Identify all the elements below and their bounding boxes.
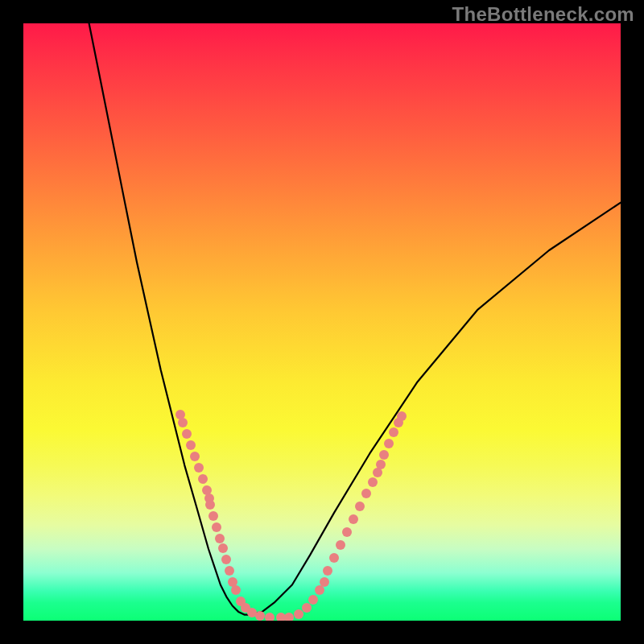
marker-dot xyxy=(198,474,208,484)
marker-dot xyxy=(231,585,241,595)
watermark-text: TheBottleneck.com xyxy=(452,3,634,26)
marker-dot xyxy=(208,511,218,521)
bottleneck-curve xyxy=(89,23,621,615)
marker-dot xyxy=(225,566,234,576)
marker-dot xyxy=(190,452,200,461)
marker-dot xyxy=(397,411,407,421)
marker-dot xyxy=(182,429,192,439)
marker-dot xyxy=(302,603,312,613)
marker-dot xyxy=(308,595,318,605)
marker-dot xyxy=(320,577,329,587)
marker-dot xyxy=(178,418,188,427)
marker-dot xyxy=(355,502,365,511)
marker-dot xyxy=(389,427,398,437)
marker-dot xyxy=(329,553,339,563)
marker-dot xyxy=(361,489,371,498)
chart-svg xyxy=(23,23,621,621)
marker-dot xyxy=(349,514,358,524)
marker-dot xyxy=(212,522,221,532)
marker-dot xyxy=(379,450,389,460)
marker-dot xyxy=(284,613,294,621)
marker-dot xyxy=(315,585,324,595)
chart-plot-area xyxy=(23,23,621,621)
marker-dot xyxy=(336,540,345,550)
marker-dot xyxy=(218,543,228,553)
chart-frame: TheBottleneck.com xyxy=(0,0,644,644)
markers-group xyxy=(175,410,407,621)
marker-dot xyxy=(194,463,204,473)
marker-dot xyxy=(255,611,265,621)
marker-dot xyxy=(342,527,352,537)
marker-dot xyxy=(221,555,231,564)
marker-dot xyxy=(205,500,215,510)
curve-group xyxy=(89,23,621,615)
marker-dot xyxy=(294,609,303,619)
marker-dot xyxy=(384,439,394,448)
marker-dot xyxy=(215,534,225,543)
marker-dot xyxy=(368,477,378,487)
marker-dot xyxy=(376,460,386,469)
marker-dot xyxy=(186,440,196,450)
marker-dot xyxy=(265,613,275,621)
marker-dot xyxy=(323,566,332,576)
